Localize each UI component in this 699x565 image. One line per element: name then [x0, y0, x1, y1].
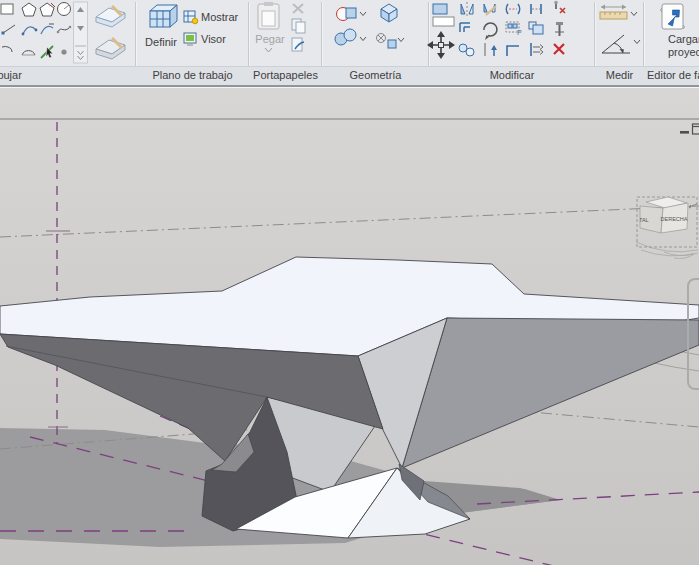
- mostrar-button-label[interactable]: Mostrar: [201, 11, 238, 24]
- rectangle-icon[interactable]: [1, 4, 13, 14]
- viewcube-right-face-label[interactable]: DERECHA: [661, 216, 688, 222]
- circle-icon[interactable]: [58, 3, 71, 16]
- visor-icon[interactable]: [184, 33, 196, 45]
- arc-fillet-icon[interactable]: [41, 24, 54, 34]
- panel-label-dibujar[interactable]: Dibujar: [0, 69, 47, 81]
- measure-angular-icon[interactable]: [602, 35, 640, 53]
- arc-center-ends-icon[interactable]: [22, 27, 38, 36]
- panel-label-plano-de-trabajo[interactable]: Plano de trabajo: [137, 69, 248, 81]
- drawing-area[interactable]: FRONTAL DERECHA: [0, 88, 699, 565]
- solid-forms-icon[interactable]: [381, 4, 397, 22]
- half-ellipse-icon[interactable]: [22, 51, 35, 55]
- visor-button-label[interactable]: Visor: [201, 33, 226, 46]
- draw-gallery-scrollbar[interactable]: [74, 2, 88, 63]
- pentagon-circumscribed-icon[interactable]: [40, 3, 55, 16]
- scale-icon[interactable]: [529, 22, 543, 34]
- surface-form-lower-icon[interactable]: [96, 38, 125, 59]
- join-geometry-icon[interactable]: [335, 29, 366, 45]
- pegar-button-label[interactable]: Pegar: [250, 33, 290, 46]
- cargar-en-proyecto-icon[interactable]: [661, 4, 685, 29]
- move-icon[interactable]: [427, 31, 455, 59]
- mostrar-icon[interactable]: [184, 11, 198, 24]
- revit-window: { "ribbon": { "dibujar": { "label": "Dib…: [0, 0, 699, 565]
- ellipse-partial-icon[interactable]: [2, 47, 12, 52]
- align-icon[interactable]: [433, 4, 454, 26]
- mirror-pick-axis-icon[interactable]: [461, 2, 473, 16]
- cut-icon[interactable]: [293, 4, 303, 13]
- copy-modify-icon[interactable]: [459, 44, 474, 56]
- copy-icon[interactable]: [292, 19, 305, 33]
- panel-label-geometria[interactable]: Geometría: [323, 69, 428, 81]
- panel-label-medir[interactable]: Medir: [596, 69, 643, 81]
- trim-extend-multiple-icon[interactable]: [531, 43, 543, 56]
- panel-label-portapapeles[interactable]: Portapapeles: [250, 69, 321, 81]
- rotate-icon[interactable]: [484, 23, 497, 40]
- measure-linear-icon[interactable]: [600, 5, 637, 20]
- cargar-button-label-line1[interactable]: Cargar en: [668, 33, 699, 46]
- trim-extend-corner-icon[interactable]: [507, 46, 519, 56]
- pin-icon[interactable]: [555, 22, 564, 36]
- cut-geometry-icon[interactable]: [337, 8, 367, 21]
- mirror-draw-axis-icon[interactable]: [484, 4, 496, 15]
- split-element-icon[interactable]: [506, 4, 520, 14]
- svg-text:P: P: [517, 29, 522, 36]
- delete-icon[interactable]: [554, 44, 564, 54]
- surface-form-upper-icon[interactable]: [96, 6, 125, 27]
- pentagon-inscribed-icon[interactable]: [22, 3, 36, 16]
- create-group-icon[interactable]: P: [506, 22, 522, 36]
- minimize-icon[interactable]: [680, 131, 689, 134]
- match-type-icon[interactable]: [292, 38, 304, 51]
- point-icon[interactable]: [61, 49, 66, 54]
- spline-icon[interactable]: [57, 26, 72, 34]
- line-icon[interactable]: [2, 25, 16, 35]
- panel-label-modificar[interactable]: Modificar: [430, 69, 594, 81]
- trim-extend-single-icon[interactable]: [485, 43, 497, 56]
- offset-icon[interactable]: [460, 23, 470, 32]
- attach-icon[interactable]: [377, 34, 405, 49]
- unpin-icon[interactable]: [554, 1, 565, 13]
- cargar-button-label-line2[interactable]: proyecto: [668, 46, 699, 59]
- ribbon: P: [0, 0, 699, 85]
- pick-line-icon[interactable]: [41, 46, 53, 58]
- panel-label-editor-de-familias[interactable]: Editor de familias: [647, 69, 699, 81]
- definir-button-label[interactable]: Definir: [138, 36, 184, 49]
- definir-plano-icon[interactable]: [150, 5, 177, 27]
- split-with-gap-icon[interactable]: [531, 4, 541, 14]
